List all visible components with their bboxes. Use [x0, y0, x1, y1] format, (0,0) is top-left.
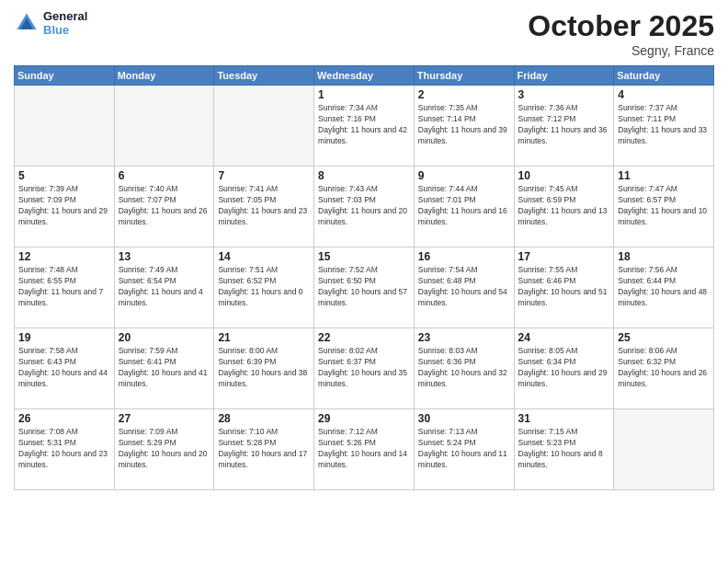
day-number: 7 — [218, 169, 310, 182]
day-number: 26 — [18, 412, 110, 425]
calendar-week-2: 12Sunrise: 7:48 AMSunset: 6:55 PMDayligh… — [15, 247, 714, 328]
calendar-cell — [15, 86, 115, 167]
day-number: 15 — [318, 250, 410, 263]
day-number: 23 — [418, 331, 510, 344]
calendar-cell: 19Sunrise: 7:58 AMSunset: 6:43 PMDayligh… — [15, 328, 115, 409]
calendar-week-3: 19Sunrise: 7:58 AMSunset: 6:43 PMDayligh… — [15, 328, 714, 409]
calendar-cell: 6Sunrise: 7:40 AMSunset: 7:07 PMDaylight… — [114, 167, 214, 247]
header: General Blue October 2025 Segny, France — [14, 9, 714, 58]
calendar-cell: 31Sunrise: 7:15 AMSunset: 5:23 PMDayligh… — [514, 409, 614, 490]
day-info: Sunrise: 7:55 AMSunset: 6:46 PMDaylight:… — [518, 265, 610, 309]
day-info: Sunrise: 7:49 AMSunset: 6:54 PMDaylight:… — [119, 265, 210, 309]
calendar-cell: 26Sunrise: 7:08 AMSunset: 5:31 PMDayligh… — [15, 409, 115, 490]
calendar-cell: 10Sunrise: 7:45 AMSunset: 6:59 PMDayligh… — [514, 167, 614, 247]
location: Segny, France — [528, 43, 714, 58]
day-number: 2 — [418, 88, 510, 101]
day-info: Sunrise: 7:54 AMSunset: 6:48 PMDaylight:… — [418, 265, 510, 309]
calendar-week-1: 5Sunrise: 7:39 AMSunset: 7:09 PMDaylight… — [15, 167, 714, 247]
day-info: Sunrise: 8:00 AMSunset: 6:39 PMDaylight:… — [218, 346, 310, 390]
calendar-cell — [214, 86, 314, 167]
calendar-cell: 9Sunrise: 7:44 AMSunset: 7:01 PMDaylight… — [414, 167, 514, 247]
day-info: Sunrise: 7:10 AMSunset: 5:28 PMDaylight:… — [218, 427, 310, 471]
calendar-cell: 21Sunrise: 8:00 AMSunset: 6:39 PMDayligh… — [214, 328, 314, 409]
calendar-cell: 24Sunrise: 8:05 AMSunset: 6:34 PMDayligh… — [514, 328, 614, 409]
day-info: Sunrise: 7:47 AMSunset: 6:57 PMDaylight:… — [618, 184, 710, 228]
logo: General Blue — [14, 9, 87, 37]
col-monday: Monday — [114, 66, 214, 86]
calendar-header-row: Sunday Monday Tuesday Wednesday Thursday… — [15, 66, 714, 86]
calendar-cell: 28Sunrise: 7:10 AMSunset: 5:28 PMDayligh… — [214, 409, 314, 490]
day-info: Sunrise: 7:08 AMSunset: 5:31 PMDaylight:… — [18, 427, 110, 471]
day-info: Sunrise: 7:13 AMSunset: 5:24 PMDaylight:… — [418, 427, 510, 471]
day-info: Sunrise: 7:12 AMSunset: 5:26 PMDaylight:… — [318, 427, 410, 471]
day-info: Sunrise: 7:51 AMSunset: 6:52 PMDaylight:… — [218, 265, 310, 309]
day-info: Sunrise: 7:59 AMSunset: 6:41 PMDaylight:… — [119, 346, 210, 390]
day-info: Sunrise: 7:44 AMSunset: 7:01 PMDaylight:… — [418, 184, 510, 228]
calendar: Sunday Monday Tuesday Wednesday Thursday… — [14, 65, 714, 490]
day-number: 20 — [119, 331, 210, 344]
calendar-cell: 2Sunrise: 7:35 AMSunset: 7:14 PMDaylight… — [414, 86, 514, 167]
day-info: Sunrise: 8:06 AMSunset: 6:32 PMDaylight:… — [618, 346, 710, 390]
day-info: Sunrise: 7:39 AMSunset: 7:09 PMDaylight:… — [18, 184, 110, 228]
calendar-cell: 29Sunrise: 7:12 AMSunset: 5:26 PMDayligh… — [314, 409, 415, 490]
day-info: Sunrise: 7:52 AMSunset: 6:50 PMDaylight:… — [318, 265, 410, 309]
day-number: 31 — [518, 412, 610, 425]
day-number: 24 — [518, 331, 610, 344]
calendar-cell: 12Sunrise: 7:48 AMSunset: 6:55 PMDayligh… — [15, 247, 115, 328]
day-info: Sunrise: 7:43 AMSunset: 7:03 PMDaylight:… — [318, 184, 410, 228]
month-title: October 2025 — [528, 9, 714, 43]
day-info: Sunrise: 7:37 AMSunset: 7:11 PMDaylight:… — [618, 103, 710, 147]
calendar-cell: 8Sunrise: 7:43 AMSunset: 7:03 PMDaylight… — [314, 167, 415, 247]
day-number: 3 — [518, 88, 610, 101]
col-thursday: Thursday — [414, 66, 514, 86]
col-tuesday: Tuesday — [214, 66, 314, 86]
calendar-cell: 13Sunrise: 7:49 AMSunset: 6:54 PMDayligh… — [114, 247, 214, 328]
calendar-cell — [114, 86, 214, 167]
day-info: Sunrise: 7:09 AMSunset: 5:29 PMDaylight:… — [119, 427, 210, 471]
day-info: Sunrise: 7:40 AMSunset: 7:07 PMDaylight:… — [119, 184, 210, 228]
logo-icon — [14, 10, 40, 36]
day-info: Sunrise: 7:48 AMSunset: 6:55 PMDaylight:… — [18, 265, 110, 309]
day-number: 18 — [618, 250, 710, 263]
day-number: 9 — [418, 169, 510, 182]
day-number: 14 — [218, 250, 310, 263]
day-number: 5 — [18, 169, 110, 182]
calendar-cell: 18Sunrise: 7:56 AMSunset: 6:44 PMDayligh… — [614, 247, 714, 328]
day-number: 13 — [119, 250, 210, 263]
logo-text: General Blue — [43, 9, 87, 37]
day-info: Sunrise: 7:56 AMSunset: 6:44 PMDaylight:… — [618, 265, 710, 309]
col-wednesday: Wednesday — [314, 66, 415, 86]
calendar-cell: 4Sunrise: 7:37 AMSunset: 7:11 PMDaylight… — [614, 86, 714, 167]
calendar-week-4: 26Sunrise: 7:08 AMSunset: 5:31 PMDayligh… — [15, 409, 714, 490]
calendar-cell: 25Sunrise: 8:06 AMSunset: 6:32 PMDayligh… — [614, 328, 714, 409]
day-number: 8 — [318, 169, 410, 182]
calendar-cell: 23Sunrise: 8:03 AMSunset: 6:36 PMDayligh… — [414, 328, 514, 409]
calendar-cell: 7Sunrise: 7:41 AMSunset: 7:05 PMDaylight… — [214, 167, 314, 247]
day-number: 28 — [218, 412, 310, 425]
calendar-cell: 22Sunrise: 8:02 AMSunset: 6:37 PMDayligh… — [314, 328, 415, 409]
day-number: 16 — [418, 250, 510, 263]
calendar-body: 1Sunrise: 7:34 AMSunset: 7:16 PMDaylight… — [15, 86, 714, 490]
day-number: 11 — [618, 169, 710, 182]
day-info: Sunrise: 8:03 AMSunset: 6:36 PMDaylight:… — [418, 346, 510, 390]
day-info: Sunrise: 7:15 AMSunset: 5:23 PMDaylight:… — [518, 427, 610, 471]
calendar-cell: 27Sunrise: 7:09 AMSunset: 5:29 PMDayligh… — [114, 409, 214, 490]
day-number: 22 — [318, 331, 410, 344]
day-number: 27 — [119, 412, 210, 425]
day-info: Sunrise: 7:58 AMSunset: 6:43 PMDaylight:… — [18, 346, 110, 390]
col-friday: Friday — [514, 66, 614, 86]
calendar-cell: 11Sunrise: 7:47 AMSunset: 6:57 PMDayligh… — [614, 167, 714, 247]
day-number: 25 — [618, 331, 710, 344]
col-sunday: Sunday — [15, 66, 115, 86]
calendar-cell: 30Sunrise: 7:13 AMSunset: 5:24 PMDayligh… — [414, 409, 514, 490]
day-info: Sunrise: 7:34 AMSunset: 7:16 PMDaylight:… — [318, 103, 410, 147]
day-number: 29 — [318, 412, 410, 425]
day-info: Sunrise: 7:45 AMSunset: 6:59 PMDaylight:… — [518, 184, 610, 228]
calendar-cell: 3Sunrise: 7:36 AMSunset: 7:12 PMDaylight… — [514, 86, 614, 167]
day-info: Sunrise: 7:41 AMSunset: 7:05 PMDaylight:… — [218, 184, 310, 228]
day-number: 6 — [119, 169, 210, 182]
day-number: 30 — [418, 412, 510, 425]
day-number: 21 — [218, 331, 310, 344]
calendar-cell: 15Sunrise: 7:52 AMSunset: 6:50 PMDayligh… — [314, 247, 415, 328]
calendar-cell: 14Sunrise: 7:51 AMSunset: 6:52 PMDayligh… — [214, 247, 314, 328]
